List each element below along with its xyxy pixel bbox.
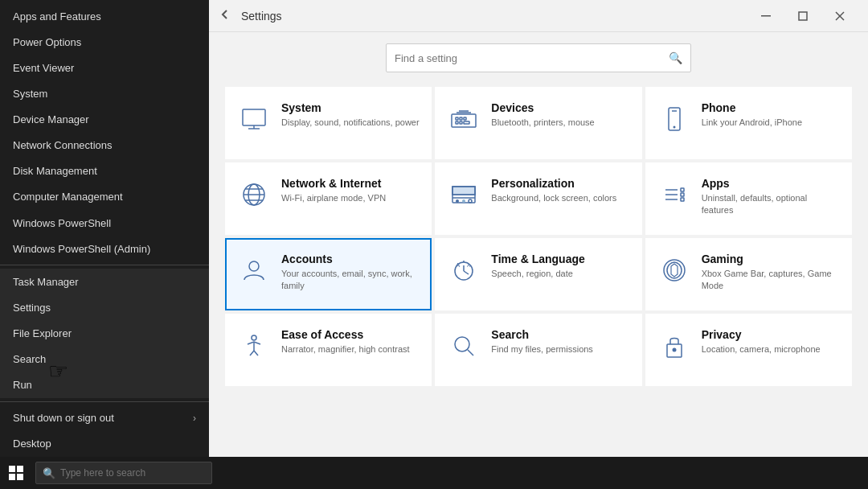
settings-tile-personalization[interactable]: Personalization Background, lock screen,…	[435, 162, 641, 235]
svg-rect-54	[9, 474, 15, 480]
task-manager-label: Task Manager	[13, 276, 79, 288]
svg-point-27	[456, 199, 459, 203]
devices-tile-text: Devices Bluetooth, printers, mouse	[491, 101, 594, 129]
taskbar-search-box[interactable]: 🔍	[35, 462, 212, 484]
taskbar-search-input[interactable]	[60, 467, 205, 479]
gaming-tile-text: Gaming Xbox Game Bar, captures, Game Mod…	[702, 253, 841, 293]
network-tile-icon	[236, 177, 272, 212]
menu-item-disk-management[interactable]: Disk Management	[0, 158, 209, 184]
time-language-tile-title: Time & Language	[491, 253, 584, 265]
settings-tile-ease-of-access[interactable]: Ease of Access Narrator, magnifier, high…	[225, 314, 432, 386]
menu-item-shutdown[interactable]: Shut down or sign out ›	[0, 405, 209, 431]
system-tile-subtitle: Display, sound, notifications, power	[281, 117, 420, 129]
settings-tile-apps[interactable]: Apps Uninstall, defaults, optional featu…	[645, 162, 852, 235]
close-button[interactable]	[821, 0, 858, 32]
phone-tile-text: Phone Link your Android, iPhone	[702, 101, 802, 129]
window-controls	[747, 0, 858, 32]
run-label: Run	[13, 379, 32, 391]
accounts-tile-subtitle: Your accounts, email, sync, work, family	[281, 268, 420, 293]
settings-tile-time-language[interactable]: A A Time & Language Speech, region, date	[435, 238, 641, 310]
svg-rect-1	[799, 12, 807, 20]
taskbar-search-icon: 🔍	[43, 467, 55, 479]
apps-tile-subtitle: Uninstall, defaults, optional features	[702, 192, 841, 217]
accounts-tile-title: Accounts	[281, 253, 420, 265]
system-tile-icon	[236, 101, 272, 137]
menu-item-apps-features[interactable]: Apps and Features	[0, 3, 209, 29]
menu-item-power-options[interactable]: Power Options	[0, 29, 209, 55]
settings-tile-devices[interactable]: Devices Bluetooth, printers, mouse	[435, 87, 641, 159]
settings-tile-phone[interactable]: Phone Link your Android, iPhone	[645, 87, 852, 159]
device-manager-label: Device Manager	[13, 113, 89, 125]
svg-rect-33	[681, 188, 684, 191]
settings-grid: System Display, sound, notifications, po…	[209, 80, 868, 392]
settings-tile-privacy[interactable]: Privacy Location, camera, microphone	[645, 314, 852, 386]
menu-item-settings[interactable]: Settings	[0, 294, 209, 320]
menu-item-task-manager[interactable]: Task Manager	[0, 269, 209, 294]
svg-rect-11	[456, 121, 458, 124]
menu-item-desktop[interactable]: Desktop	[0, 431, 209, 457]
svg-point-44	[252, 335, 256, 340]
network-tile-text: Network & Internet Wi-Fi, airplane mode,…	[281, 177, 386, 204]
accounts-tile-icon	[236, 253, 272, 288]
shutdown-label: Shut down or sign out	[13, 412, 114, 424]
settings-tile-gaming[interactable]: Gaming Xbox Game Bar, captures, Game Mod…	[645, 238, 852, 310]
svg-point-51	[672, 348, 676, 352]
settings-tile-accounts[interactable]: Accounts Your accounts, email, sync, wor…	[225, 238, 432, 310]
menu-item-device-manager[interactable]: Device Manager	[0, 107, 209, 133]
menu-divider-1	[0, 265, 209, 265]
shutdown-arrow-icon: ›	[193, 413, 196, 424]
apps-tile-text: Apps Uninstall, defaults, optional featu…	[702, 177, 841, 217]
system-tile-text: System Display, sound, notifications, po…	[281, 101, 420, 129]
settings-window: Settings 🔍	[209, 0, 868, 457]
gaming-tile-title: Gaming	[702, 253, 841, 265]
settings-label: Settings	[13, 302, 51, 314]
settings-search-box[interactable]: 🔍	[386, 43, 691, 72]
settings-tile-search[interactable]: Search Find my files, permissions	[435, 314, 641, 386]
ease-of-access-tile-text: Ease of Access Narrator, magnifier, high…	[281, 328, 410, 355]
gaming-tile-subtitle: Xbox Game Bar, captures, Game Mode	[702, 268, 841, 293]
windows-powershell-admin-label: Windows PowerShell (Admin)	[13, 243, 150, 255]
search-tile-text: Search Find my files, permissions	[491, 328, 593, 355]
search-tile-icon	[446, 328, 481, 364]
menu-item-search[interactable]: Search	[0, 347, 209, 372]
menu-item-windows-powershell[interactable]: Windows PowerShell	[0, 210, 209, 236]
menu-item-system[interactable]: System	[0, 80, 209, 106]
svg-rect-7	[452, 114, 476, 127]
file-explorer-label: File Explorer	[13, 327, 72, 339]
back-button[interactable]	[219, 8, 231, 23]
menu-item-windows-powershell-admin[interactable]: Windows PowerShell (Admin)	[0, 236, 209, 261]
svg-rect-34	[681, 193, 684, 196]
svg-text:A: A	[456, 261, 461, 269]
menu-items-list: Apps and Features Power Options Event Vi…	[0, 0, 209, 457]
start-button[interactable]	[0, 457, 32, 489]
svg-point-28	[462, 199, 465, 203]
search-tile-subtitle: Find my files, permissions	[491, 343, 593, 355]
svg-rect-8	[456, 117, 458, 120]
minimize-button[interactable]	[747, 0, 784, 32]
apps-features-label: Apps and Features	[13, 10, 101, 23]
system-label: System	[13, 88, 47, 100]
devices-tile-subtitle: Bluetooth, printers, mouse	[491, 117, 594, 129]
svg-rect-4	[243, 109, 265, 125]
ease-of-access-tile-title: Ease of Access	[281, 328, 410, 341]
svg-rect-55	[17, 474, 23, 480]
settings-search-input[interactable]	[395, 52, 669, 64]
svg-rect-9	[460, 117, 462, 120]
search-bar-container: 🔍	[209, 32, 868, 80]
menu-item-computer-management[interactable]: Computer Management	[0, 184, 209, 210]
disk-management-label: Disk Management	[13, 165, 97, 177]
svg-point-18	[673, 126, 675, 129]
time-language-tile-subtitle: Speech, region, date	[491, 268, 584, 280]
personalization-tile-text: Personalization Background, lock screen,…	[491, 177, 616, 204]
start-menu: Apps and Features Power Options Event Vi…	[0, 0, 209, 457]
menu-item-event-viewer[interactable]: Event Viewer	[0, 55, 209, 80]
settings-tile-system[interactable]: System Display, sound, notifications, po…	[225, 87, 432, 159]
settings-tile-network[interactable]: Network & Internet Wi-Fi, airplane mode,…	[225, 162, 432, 235]
svg-point-36	[249, 261, 259, 271]
time-language-tile-icon: A A	[446, 253, 481, 288]
phone-tile-subtitle: Link your Android, iPhone	[702, 117, 802, 129]
menu-item-network-connections[interactable]: Network Connections	[0, 133, 209, 158]
menu-item-run[interactable]: Run	[0, 372, 209, 398]
maximize-button[interactable]	[784, 0, 821, 32]
menu-item-file-explorer[interactable]: File Explorer	[0, 320, 209, 346]
